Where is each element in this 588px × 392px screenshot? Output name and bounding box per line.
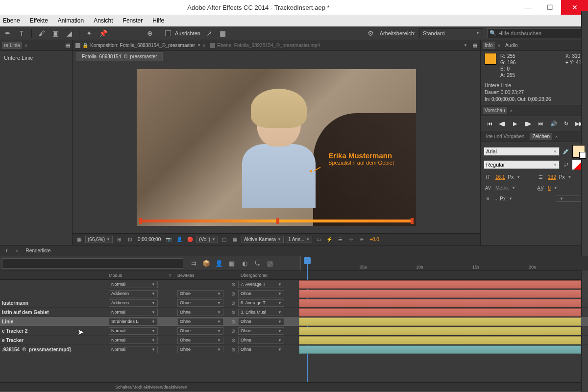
axis-icon[interactable]: ⊕	[145, 28, 155, 38]
parent-dropdown[interactable]: 6. Average T▼	[238, 299, 284, 307]
playhead[interactable]	[304, 257, 311, 264]
pickwhip-icon[interactable]: ⊘	[228, 282, 238, 287]
layer-bar[interactable]	[299, 327, 581, 335]
channel-icon[interactable]: 👤	[175, 235, 184, 244]
comp-tab-close[interactable]: ×	[203, 43, 205, 48]
track-matte-dropdown[interactable]: Ohne▼	[177, 346, 223, 353]
track-matte-dropdown[interactable]: Ohne▼	[177, 318, 223, 325]
stroke-style-dropdown[interactable]: ▼	[556, 196, 585, 202]
layer-bar[interactable]	[299, 336, 581, 344]
panel-menu-icon[interactable]: ▤	[65, 42, 70, 49]
time-ruler[interactable]: 05s 10s 15s 20s	[300, 256, 588, 270]
parent-dropdown[interactable]: 7. Average T▼	[238, 281, 284, 288]
pickwhip-icon[interactable]: ⊘	[228, 300, 238, 306]
stroke-value[interactable]: -	[495, 196, 497, 201]
eyedropper-icon[interactable]: 💉	[562, 147, 570, 156]
layer-bar[interactable]	[299, 299, 581, 307]
info-tab[interactable]: Info	[483, 42, 495, 49]
first-frame-button[interactable]: ⏮	[485, 119, 494, 128]
parent-dropdown[interactable]: Ohne▼	[238, 290, 284, 297]
hide-shy-icon[interactable]: 👤	[214, 258, 224, 269]
blend-mode-dropdown[interactable]: Normal▼	[109, 337, 158, 344]
menu-animation[interactable]: Animation	[57, 17, 85, 24]
search-icon[interactable]: ⚙	[366, 28, 376, 38]
pixel-aspect-icon[interactable]: ▭	[314, 235, 323, 244]
brain-icon[interactable]: 🗨	[252, 258, 263, 269]
comp-dropdown-icon[interactable]: ▼	[464, 43, 467, 48]
clone-tool-icon[interactable]: ▣	[50, 28, 60, 38]
guides-icon[interactable]: ⊡	[125, 235, 134, 244]
font-family-dropdown[interactable]: Arial▼	[484, 147, 560, 156]
blend-mode-dropdown[interactable]: Normal▼	[109, 281, 158, 288]
effects-presets-tab[interactable]: kte und Vorgaben	[484, 133, 527, 140]
frame-blend-icon[interactable]: ▦	[226, 258, 237, 269]
selection-box[interactable]	[139, 220, 414, 223]
eraser-tool-icon[interactable]: ◢	[64, 28, 74, 38]
pickwhip-icon[interactable]: ⊘	[228, 291, 238, 296]
audio-button[interactable]: 🔊	[549, 119, 559, 128]
comp-mini-flowchart-icon[interactable]: ⇉	[188, 258, 199, 269]
track-matte-dropdown[interactable]: Ohne▼	[177, 299, 223, 307]
kerning-value[interactable]: Metrik	[495, 185, 509, 191]
timeline-tab-1[interactable]: r	[3, 247, 10, 254]
parent-dropdown[interactable]: Ohne▼	[238, 318, 284, 325]
parent-dropdown[interactable]: Ohne▼	[238, 327, 284, 335]
help-search-input[interactable]: 🔍Hilfe durchsuchen	[487, 28, 585, 38]
blend-mode-dropdown[interactable]: Addieren▼	[109, 290, 158, 297]
zoom-dropdown[interactable]: (66,6%)▼	[85, 236, 113, 243]
flowchart-icon[interactable]: ⊹	[346, 235, 355, 244]
motion-blur-icon[interactable]: ◐	[239, 258, 250, 269]
comp-tab-1[interactable]: Komposition: Fotolia_68938154_©_pressmas…	[90, 43, 195, 48]
resolution-dropdown[interactable]: (Voll)▼	[196, 236, 218, 243]
lock-icon[interactable]: 🔒	[82, 43, 88, 48]
layer-bar[interactable]	[299, 308, 581, 317]
tab-close-icon[interactable]: ×	[25, 43, 27, 48]
play-button[interactable]: ▶	[510, 119, 520, 128]
menu-ebene[interactable]: Ebene	[2, 17, 21, 24]
menu-ansicht[interactable]: Ansicht	[93, 17, 114, 24]
maximize-button[interactable]: ☐	[539, 0, 561, 15]
parent-dropdown[interactable]: Ohne▼	[238, 346, 284, 353]
camera-dropdown[interactable]: Aktive Kamera▼	[242, 236, 284, 243]
pickwhip-icon[interactable]: ⊘	[228, 328, 238, 334]
switches-toggle[interactable]: Schalter/Modi aktivieren/deaktivieren	[115, 385, 187, 390]
character-tab[interactable]: Zeichen	[530, 133, 552, 140]
snapshot-icon[interactable]: 📷	[164, 235, 173, 244]
preview-close-icon[interactable]: ×	[510, 108, 513, 113]
draft-3d-icon[interactable]: 📦	[201, 258, 212, 269]
snap-checkbox[interactable]	[165, 30, 171, 36]
layer-bar[interactable]	[299, 280, 581, 289]
pickwhip-icon[interactable]: ⊘	[228, 347, 238, 352]
viewport[interactable]: Erika Mustermann Spezialistin auf dem Ge…	[73, 62, 480, 233]
font-size-value[interactable]: 16,1	[495, 174, 505, 180]
blend-mode-dropdown[interactable]: Strahlendes Li▼	[109, 318, 158, 325]
layer-bar[interactable]	[299, 345, 581, 354]
render-queue-tab[interactable]: Renderliste	[23, 247, 54, 254]
track-matte-dropdown[interactable]: Ohne▼	[177, 327, 223, 335]
track-matte-dropdown[interactable]: Ohne▼	[177, 337, 223, 344]
prev-frame-button[interactable]: ◀▮	[497, 119, 507, 128]
last-frame-button[interactable]: ⏭	[536, 119, 546, 128]
fast-preview-icon[interactable]: ⚡	[325, 235, 334, 244]
timeline-search-input[interactable]	[2, 258, 183, 269]
rgb-channel-icon[interactable]: 🔴	[186, 235, 195, 244]
blend-mode-dropdown[interactable]: Normal▼	[109, 346, 158, 353]
timecode-display[interactable]: 0;00;00;00	[136, 237, 162, 242]
blend-mode-dropdown[interactable]: Normal▼	[109, 327, 158, 335]
font-style-dropdown[interactable]: Regular▼	[484, 160, 560, 169]
loop-button[interactable]: ↻	[562, 119, 571, 128]
tracking-value[interactable]: 0	[548, 185, 551, 191]
transparency-icon[interactable]: ▦	[231, 235, 240, 244]
track-matte-dropdown[interactable]: Ohne▼	[177, 309, 223, 316]
audio-tab[interactable]: Audio	[503, 42, 520, 49]
grid-icon[interactable]: ⊞	[115, 235, 123, 244]
pickwhip-icon[interactable]: ⊘	[228, 338, 238, 343]
snap-opts-icon[interactable]: ↗	[204, 28, 214, 38]
nested-comp-tab[interactable]: Fotolia_68938154_©_pressmaster	[76, 52, 163, 61]
graph-editor-icon[interactable]: ▧	[265, 258, 275, 269]
brush-tool-icon[interactable]: 🖌	[37, 28, 47, 38]
parent-dropdown[interactable]: 3. Erika Musl▼	[238, 309, 284, 316]
blend-mode-dropdown[interactable]: Addieren▼	[109, 299, 158, 307]
workspace-dropdown[interactable]: Standard▼	[419, 28, 483, 38]
comp-tab-2[interactable]: Ebene: Fotolia_68938154_©_pressmaster.mp…	[217, 43, 320, 48]
